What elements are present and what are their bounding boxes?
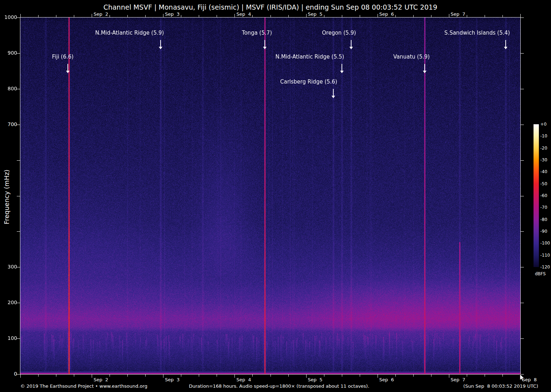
y-tick-right bbox=[521, 303, 524, 303]
colorbar-unit-label: dBFS bbox=[535, 271, 546, 276]
plot-spine-top bbox=[20, 17, 521, 17]
plot-spine-left bbox=[20, 17, 20, 375]
x-tick-bottom bbox=[199, 375, 199, 377]
x-tick-bottom bbox=[92, 375, 92, 378]
x-tick-bottom bbox=[360, 375, 360, 377]
x-tick-top bbox=[502, 15, 503, 17]
x-tick-top bbox=[56, 15, 56, 17]
x-tick-label-top: Sep 3 bbox=[165, 11, 180, 17]
earthquake-label: N.Mid-Atlantic Ridge (5.9) bbox=[95, 30, 164, 36]
footer-copyright: © 2019 The Earthsound Project • www.eart… bbox=[20, 383, 147, 389]
y-tick-label: 0 bbox=[0, 371, 17, 377]
y-tick-label: 800 bbox=[0, 86, 17, 91]
footer-timestamp: (Sun Sep 8 00:03:52 2019 UTC) bbox=[463, 383, 538, 389]
y-tick-left bbox=[17, 338, 20, 339]
x-tick-bottom bbox=[217, 375, 217, 377]
x-tick-top bbox=[288, 15, 289, 17]
x-tick-bottom bbox=[395, 375, 396, 377]
y-tick-left bbox=[17, 196, 20, 196]
earthquake-arrow-line bbox=[67, 64, 68, 71]
x-tick-bottom bbox=[431, 375, 431, 377]
x-tick-bottom bbox=[324, 375, 324, 377]
x-tick-top bbox=[467, 15, 467, 17]
x-tick-top bbox=[378, 14, 378, 17]
x-tick-top bbox=[217, 15, 217, 17]
x-tick-bottom bbox=[38, 375, 39, 377]
earthquake-arrow-head bbox=[66, 71, 70, 73]
earthquake-arrow-line bbox=[351, 40, 352, 47]
x-tick-bottom bbox=[74, 375, 74, 377]
earthquake-arrow-line bbox=[264, 40, 265, 47]
colorbar-tick-label: -100 bbox=[540, 241, 550, 246]
colorbar-tick-label: -110 bbox=[540, 253, 550, 258]
x-tick-label-top: Sep 7 bbox=[451, 11, 465, 17]
x-tick-top bbox=[520, 14, 521, 17]
y-tick-left bbox=[17, 17, 20, 18]
x-tick-bottom bbox=[288, 375, 289, 377]
x-tick-top bbox=[271, 15, 271, 17]
x-tick-top bbox=[74, 15, 74, 17]
x-tick-bottom bbox=[110, 375, 110, 377]
x-tick-bottom bbox=[449, 375, 449, 378]
y-tick-left bbox=[17, 303, 20, 303]
x-tick-top bbox=[199, 15, 199, 17]
x-tick-top bbox=[92, 14, 92, 17]
mouse-cursor-icon bbox=[520, 374, 525, 382]
x-tick-label-bottom: Sep 3 bbox=[165, 377, 180, 382]
y-tick-left bbox=[17, 125, 20, 125]
x-tick-bottom bbox=[145, 375, 146, 377]
colorbar-tick-label: -50 bbox=[540, 181, 547, 186]
x-tick-label-bottom: Sep 7 bbox=[451, 377, 465, 382]
x-tick-bottom bbox=[181, 375, 181, 377]
y-tick-left bbox=[17, 231, 20, 232]
x-tick-top bbox=[431, 15, 431, 17]
earthquake-arrow-head bbox=[332, 96, 335, 98]
colorbar-tick-label: -90 bbox=[540, 229, 547, 234]
x-tick-top bbox=[342, 15, 342, 17]
x-tick-top bbox=[324, 15, 324, 17]
x-tick-top bbox=[485, 15, 485, 17]
y-tick-right bbox=[521, 196, 524, 196]
colorbar-tick-label: -30 bbox=[540, 157, 547, 162]
earthquake-arrow-head bbox=[423, 71, 426, 73]
footer-duration: Duration=168 hours. Audio speed-up=1800×… bbox=[189, 383, 369, 389]
x-tick-top bbox=[127, 15, 128, 17]
y-tick-right bbox=[521, 338, 524, 339]
y-tick-label: 700 bbox=[0, 121, 17, 127]
y-tick-right bbox=[521, 160, 524, 161]
y-tick-label: 1000 bbox=[0, 14, 17, 20]
y-tick-right bbox=[521, 89, 524, 89]
x-tick-top bbox=[413, 15, 414, 17]
colorbar-tick-label: +0 bbox=[540, 122, 547, 127]
colorbar-tick-label: -40 bbox=[540, 169, 547, 174]
earthquake-label: Tonga (5.7) bbox=[242, 30, 272, 36]
colorbar-tick-label: -80 bbox=[540, 217, 547, 222]
x-tick-bottom bbox=[20, 375, 21, 378]
x-tick-bottom bbox=[485, 375, 485, 377]
page-title: Channel MSVF | Monasavu, Fiji (seismic) … bbox=[20, 3, 520, 11]
x-tick-bottom bbox=[271, 375, 271, 377]
y-tick-right bbox=[521, 125, 524, 125]
x-tick-label-bottom: Sep 6 bbox=[379, 377, 394, 382]
y-axis-title: Frequency (mHz) bbox=[3, 169, 10, 226]
colorbar-tick-label: -60 bbox=[540, 193, 547, 198]
x-tick-bottom bbox=[127, 375, 128, 377]
x-tick-label-bottom: Sep 2 bbox=[93, 377, 108, 382]
y-tick-left bbox=[17, 160, 20, 161]
x-tick-top bbox=[395, 15, 396, 17]
y-tick-label: 300 bbox=[0, 264, 17, 270]
x-tick-label-top: Sep 5 bbox=[308, 11, 323, 17]
x-tick-bottom bbox=[378, 375, 378, 378]
x-tick-top bbox=[449, 14, 449, 17]
y-tick-right bbox=[521, 17, 524, 18]
earthquake-label: S.Sandwich Islands (5.4) bbox=[444, 30, 510, 36]
y-tick-label: 200 bbox=[0, 300, 17, 305]
y-tick-left bbox=[17, 267, 20, 267]
earthquake-arrow-head bbox=[504, 47, 507, 49]
x-tick-top bbox=[252, 15, 253, 17]
x-tick-top bbox=[234, 14, 235, 17]
x-tick-bottom bbox=[252, 375, 253, 377]
earthquake-arrow-head bbox=[159, 47, 162, 49]
x-tick-label-bottom: Sep 5 bbox=[308, 377, 323, 382]
x-tick-bottom bbox=[163, 375, 163, 378]
